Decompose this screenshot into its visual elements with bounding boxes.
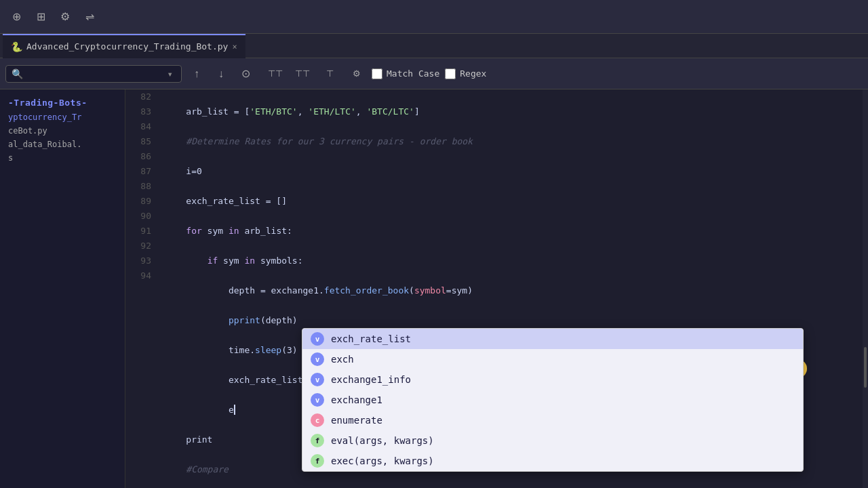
tab-file-icon: 🐍	[11, 41, 22, 52]
editor-area: 82 83 84 85 86 87 88 89 90 91 92 93 94 a…	[125, 89, 868, 488]
ac-item-1[interactable]: v exch	[302, 349, 803, 369]
ac-icon-func-5: f	[311, 434, 324, 447]
settings-icon-btn[interactable]: ⚙	[54, 6, 76, 28]
search-input-wrapper: 🔍 ▾	[5, 65, 182, 83]
line-numbers: 82 83 84 85 86 87 88 89 90 91 92 93 94	[125, 89, 159, 488]
ac-text-0: exch_rate_list	[331, 333, 411, 344]
ac-icon-func-6: f	[311, 454, 324, 468]
ac-icon-class-4: c	[311, 413, 324, 427]
ac-text-5: eval(args, kwargs)	[331, 435, 434, 446]
ac-icon-variable-0: v	[311, 332, 324, 346]
ac-text-4: enumerate	[331, 415, 382, 426]
search-prev-button[interactable]: ↑	[187, 64, 206, 83]
regex-label: Regex	[460, 68, 486, 79]
regex-option[interactable]: Regex	[445, 68, 486, 79]
mini-scrollbar[interactable]	[863, 89, 868, 488]
sidebar-item-2[interactable]: al_data_Roibal.	[0, 138, 125, 151]
dropdown-icon: ▾	[167, 68, 173, 79]
ac-item-4[interactable]: c enumerate	[302, 410, 803, 430]
active-tab[interactable]: 🐍 Advanced_Cryptocurrency_Trading_Bot.py…	[3, 34, 245, 58]
main-layout: -Trading-Bots- yptocurrency_Tr ceBot.py …	[0, 89, 868, 488]
tab-close-button[interactable]: ×	[232, 42, 237, 52]
sidebar-item-0[interactable]: yptocurrency_Tr	[0, 110, 125, 124]
tab-title: Advanced_Cryptocurrency_Trading_Bot.py	[26, 41, 228, 52]
ac-item-5[interactable]: f eval(args, kwargs)	[302, 430, 803, 451]
ac-text-3: exchange1	[331, 394, 382, 405]
search-icon: 🔍	[12, 68, 23, 79]
match-case-checkbox[interactable]	[372, 68, 382, 79]
target-icon-btn[interactable]: ⊕	[5, 6, 27, 28]
tab-bar: 🐍 Advanced_Cryptocurrency_Trading_Bot.py…	[0, 34, 868, 58]
scrollbar-thumb[interactable]	[864, 347, 867, 388]
match-case-label: Match Case	[387, 68, 439, 79]
gear-option-btn[interactable]: ⚙	[347, 64, 366, 83]
search-input[interactable]	[26, 68, 165, 79]
ac-item-0[interactable]: v exch_rate_list	[302, 329, 803, 349]
search-next-button[interactable]: ↓	[212, 64, 231, 83]
search-bar: 🔍 ▾ ↑ ↓ ⊙ ⊤⊤ ⊤⊤ ⊤ ⚙ Match Case Regex	[0, 58, 868, 89]
match-case-option[interactable]: Match Case	[372, 68, 439, 79]
ac-text-2: exchange1_info	[331, 374, 411, 385]
indent3-option-btn[interactable]: ⊤	[320, 64, 339, 83]
sidebar-title: -Trading-Bots-	[0, 95, 125, 110]
ac-item-3[interactable]: v exchange1	[302, 390, 803, 410]
ac-item-6[interactable]: f exec(args, kwargs)	[302, 451, 803, 471]
layout-icon-btn[interactable]: ⇌	[79, 6, 100, 28]
sidebar-item-1[interactable]: ceBot.py	[0, 124, 125, 138]
sidebar-item-3[interactable]: s	[0, 151, 125, 165]
ac-icon-variable-2: v	[311, 373, 324, 386]
grid-icon-btn[interactable]: ⊞	[30, 6, 52, 28]
autocomplete-dropdown: v exch_rate_list v exch v exchange1_info…	[302, 328, 804, 472]
sidebar: -Trading-Bots- yptocurrency_Tr ceBot.py …	[0, 89, 125, 488]
ac-icon-variable-1: v	[311, 352, 324, 366]
ac-text-1: exch	[331, 354, 354, 365]
indent2-option-btn[interactable]: ⊤⊤	[293, 64, 312, 83]
toolbar-icons: ⊕ ⊞ ⚙ ⇌	[5, 6, 100, 28]
toolbar: ⊕ ⊞ ⚙ ⇌	[0, 0, 868, 34]
indent-option-btn[interactable]: ⊤⊤	[266, 64, 285, 83]
ac-item-2[interactable]: v exchange1_info	[302, 369, 803, 390]
regex-checkbox[interactable]	[445, 68, 456, 79]
search-options: ⊤⊤ ⊤⊤ ⊤ ⚙	[266, 64, 366, 83]
search-all-button[interactable]: ⊙	[236, 64, 255, 83]
ac-icon-variable-3: v	[311, 393, 324, 407]
ac-text-6: exec(args, kwargs)	[331, 455, 434, 466]
